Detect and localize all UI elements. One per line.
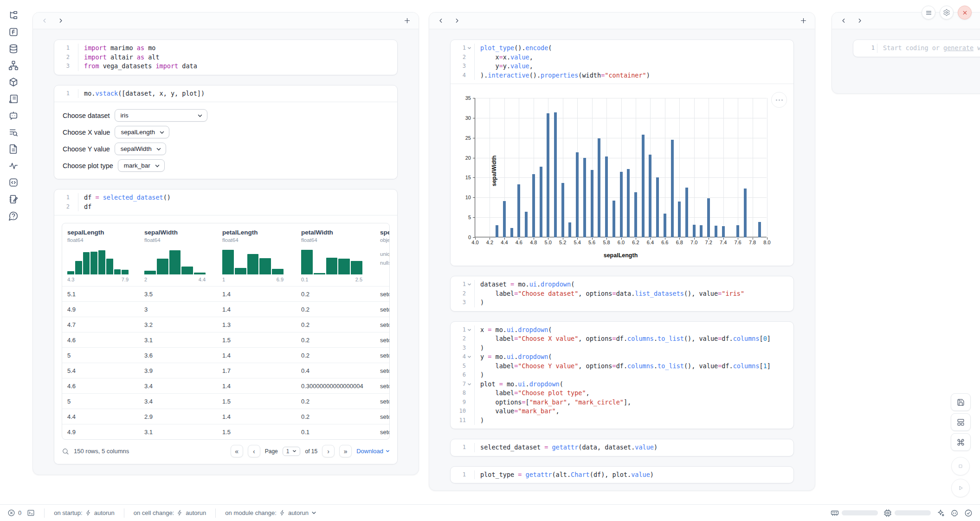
chart-bar xyxy=(685,188,688,237)
terminal-icon[interactable] xyxy=(27,509,35,517)
code-editor[interactable]: 1selected_dataset = getattr(data, datase… xyxy=(451,439,793,456)
dropdown-row: Choose datasetiris xyxy=(63,109,389,122)
table-cell: 0.2 xyxy=(296,398,375,405)
code-line: 7plot = mo.ui.dropdown( xyxy=(451,380,793,389)
ai-chat-icon[interactable] xyxy=(8,111,19,121)
fold-spacer xyxy=(467,445,472,450)
move-column-left-icon[interactable] xyxy=(40,17,49,25)
table-cell: 5 xyxy=(62,352,139,359)
stop-button[interactable] xyxy=(951,457,970,475)
datasources-icon[interactable] xyxy=(8,44,19,54)
move-column-left-icon[interactable] xyxy=(437,17,445,25)
generate-link[interactable]: generate xyxy=(943,44,974,52)
ai-sparkles-icon[interactable] xyxy=(936,509,945,517)
fold-chevron-icon[interactable] xyxy=(467,282,472,287)
table-cell: 1.4 xyxy=(217,383,296,390)
column-header[interactable]: petalWidthfloat640.12.5 xyxy=(296,223,375,286)
last-page-button[interactable]: » xyxy=(339,445,352,457)
code-editor[interactable]: 1dataset = mo.ui.dropdown(2 label="Choos… xyxy=(451,276,793,311)
table-cell: setosa xyxy=(375,429,389,436)
table-row[interactable]: 5.43.91.70.4setosa xyxy=(62,363,389,378)
line-number: 6 xyxy=(463,371,466,380)
table-row[interactable]: 53.41.50.2setosa xyxy=(62,393,389,409)
run-button[interactable] xyxy=(951,479,970,497)
column-header[interactable]: sepalLengthfloat644.37.9 xyxy=(62,223,139,286)
dropdown-select[interactable]: mark_bar xyxy=(118,159,165,172)
keyboard-shortcuts-button[interactable] xyxy=(951,433,971,451)
table-row[interactable]: 53.61.40.2setosa xyxy=(62,347,389,363)
column-histogram xyxy=(144,248,206,274)
table-row[interactable]: 4.73.21.30.2setosa xyxy=(62,317,389,332)
next-page-button[interactable]: › xyxy=(322,445,335,457)
fold-chevron-icon[interactable] xyxy=(467,327,472,332)
chart-actions-button[interactable] xyxy=(771,92,787,108)
on-startup-setting[interactable]: on startup: autorun xyxy=(54,509,115,516)
code-editor[interactable]: 1plot_type().encode(2 x=x.value,3 y=y.va… xyxy=(451,40,793,84)
settings-gear-icon[interactable] xyxy=(940,6,954,20)
copilot-icon[interactable] xyxy=(950,509,959,517)
table-row[interactable]: 4.93.11.50.1setosa xyxy=(62,424,389,439)
add-column-icon[interactable] xyxy=(403,17,411,25)
move-column-right-icon[interactable] xyxy=(855,17,864,25)
add-column-icon[interactable] xyxy=(799,17,807,25)
snippets-icon[interactable] xyxy=(8,177,19,188)
download-button[interactable]: Download xyxy=(356,448,390,455)
file-tree-icon[interactable] xyxy=(8,10,19,20)
layout-toggle-button[interactable] xyxy=(951,413,971,431)
table-cell: 3.6 xyxy=(139,352,217,359)
code-line: 2df xyxy=(54,202,397,212)
chart-bar xyxy=(547,113,549,237)
column-header[interactable]: petalLengthfloat6416.9 xyxy=(217,223,296,286)
table-cell: 0.2 xyxy=(296,413,375,420)
table-cell: setosa xyxy=(375,337,389,344)
table-row[interactable]: 5.13.51.40.2setosa xyxy=(62,286,389,301)
move-column-left-icon[interactable] xyxy=(839,17,848,25)
dropdown-label: Choose dataset xyxy=(63,112,110,119)
table-row[interactable]: 4.63.11.50.2setosa xyxy=(62,332,389,347)
code-editor[interactable]: 1mo.vstack([dataset, x, y, plot]) xyxy=(54,85,397,102)
column-header[interactable]: sepalWidthfloat6424.4 xyxy=(139,223,217,286)
dependency-graph-icon[interactable] xyxy=(8,60,19,71)
packages-icon[interactable] xyxy=(8,77,19,87)
connection-status-icon[interactable] xyxy=(964,509,973,517)
fold-spacer xyxy=(71,46,76,51)
code-editor[interactable]: 1df = selected_dataset()2df xyxy=(54,189,397,215)
code-editor[interactable]: 1 Start coding or generate with AI xyxy=(853,40,980,57)
functions-icon[interactable] xyxy=(8,27,19,37)
table-cell: 0.2 xyxy=(296,291,375,298)
shutdown-close-icon[interactable] xyxy=(958,6,972,20)
page-label: Page xyxy=(265,448,278,455)
scratchpad-icon[interactable] xyxy=(8,194,19,204)
first-page-button[interactable]: « xyxy=(231,445,243,457)
code-editor[interactable]: 1import marimo as mo2import altair as al… xyxy=(54,40,397,75)
dropdown-select[interactable]: iris xyxy=(115,109,207,122)
save-button[interactable] xyxy=(951,393,971,411)
variable-explorer-icon[interactable] xyxy=(8,127,19,137)
dropdown-select[interactable]: sepalWidth xyxy=(115,143,166,155)
tracing-icon[interactable] xyxy=(8,161,19,171)
help-icon[interactable] xyxy=(8,211,19,221)
fold-chevron-icon[interactable] xyxy=(467,382,472,386)
table-row[interactable]: 4.63.41.40.30000000000000004setosa xyxy=(62,378,389,393)
page-select[interactable]: 1 xyxy=(283,447,301,456)
documentation-icon[interactable] xyxy=(8,144,19,154)
move-column-right-icon[interactable] xyxy=(56,17,64,25)
code-editor[interactable]: 1x = mo.ui.dropdown(2 label="Choose X va… xyxy=(451,322,793,429)
move-column-right-icon[interactable] xyxy=(452,17,461,25)
column-header[interactable]: speciesobjectunique:nulls: xyxy=(375,223,389,286)
fold-chevron-icon[interactable] xyxy=(467,46,472,51)
search-icon[interactable] xyxy=(62,448,69,455)
notebook-menu-button[interactable] xyxy=(922,6,935,20)
fold-spacer xyxy=(71,195,76,200)
logs-icon[interactable] xyxy=(8,94,19,104)
on-module-change-setting[interactable]: on module change: autorun xyxy=(225,509,316,516)
table-row[interactable]: 4.42.91.40.2setosa xyxy=(62,409,389,424)
fold-chevron-icon[interactable] xyxy=(467,355,472,359)
on-cell-change-setting[interactable]: on cell change: autorun xyxy=(134,509,206,516)
dropdown-select[interactable]: sepalLength xyxy=(115,126,169,138)
prev-page-button[interactable]: ‹ xyxy=(248,445,260,457)
table-row[interactable]: 4.931.40.2setosa xyxy=(62,301,389,317)
errors-indicator[interactable]: 0 xyxy=(7,509,21,517)
code-editor[interactable]: 1plot_type = getattr(alt.Chart(df), plot… xyxy=(451,467,793,483)
table-cell: 0.2 xyxy=(296,337,375,344)
